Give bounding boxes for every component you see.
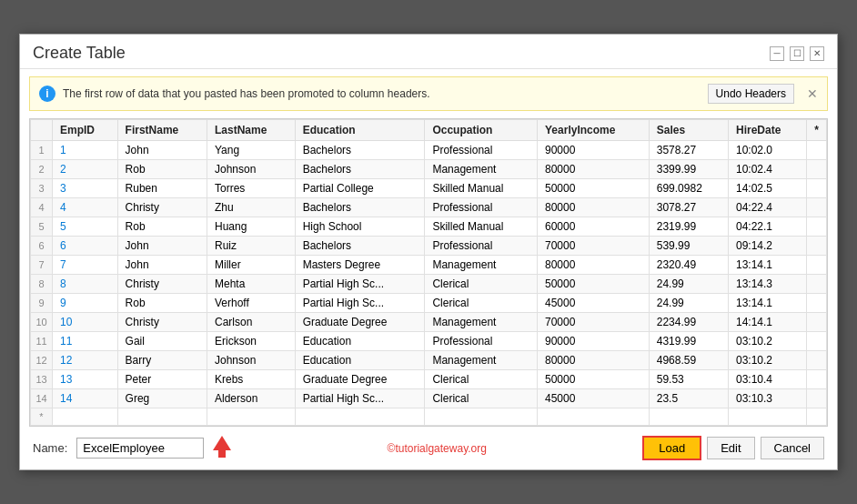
table-cell[interactable]: 90000: [538, 141, 650, 160]
table-cell[interactable]: Masters Degree: [295, 256, 425, 275]
table-cell[interactable]: Alderson: [207, 389, 295, 408]
col-header-sales[interactable]: Sales: [649, 120, 728, 141]
table-cell[interactable]: Clerical: [425, 389, 538, 408]
table-cell[interactable]: 90000: [538, 332, 650, 351]
table-cell[interactable]: Clerical: [425, 275, 538, 294]
table-cell[interactable]: 23.5: [649, 389, 728, 408]
table-cell[interactable]: 4: [53, 198, 118, 217]
table-cell[interactable]: Carlson: [207, 313, 295, 332]
table-cell[interactable]: 13:14.1: [728, 256, 806, 275]
table-cell[interactable]: 5: [53, 217, 118, 237]
table-cell[interactable]: Mehta: [207, 275, 295, 294]
table-cell[interactable]: 24.99: [649, 294, 728, 313]
table-cell[interactable]: 3: [53, 179, 118, 198]
table-cell[interactable]: Bachelors: [295, 141, 425, 160]
table-cell[interactable]: Professional: [425, 332, 538, 351]
table-cell[interactable]: Johnson: [207, 351, 295, 370]
table-cell[interactable]: Ruben: [117, 179, 207, 198]
table-cell[interactable]: 45000: [538, 294, 650, 313]
table-cell[interactable]: Skilled Manual: [425, 179, 538, 198]
table-cell[interactable]: Graduate Degree: [295, 313, 425, 332]
table-cell[interactable]: 699.0982: [649, 179, 728, 198]
table-cell[interactable]: 6: [53, 237, 118, 256]
col-header-yearlyincome[interactable]: YearlyIncome: [538, 120, 650, 141]
table-cell[interactable]: 14:14.1: [728, 313, 806, 332]
table-cell[interactable]: Clerical: [425, 370, 538, 389]
table-cell[interactable]: Johnson: [207, 160, 295, 179]
table-cell[interactable]: 539.99: [649, 237, 728, 256]
table-cell[interactable]: 50000: [538, 275, 650, 294]
table-cell[interactable]: Graduate Degree: [295, 370, 425, 389]
table-cell[interactable]: 10:02.0: [728, 141, 806, 160]
load-button[interactable]: Load: [642, 436, 701, 460]
table-cell[interactable]: Greg: [117, 389, 207, 408]
table-cell[interactable]: Professional: [425, 141, 538, 160]
table-cell[interactable]: Education: [295, 332, 425, 351]
table-cell[interactable]: Huang: [207, 217, 295, 237]
table-cell[interactable]: 09:14.2: [728, 237, 806, 256]
table-cell[interactable]: Rob: [117, 217, 207, 237]
table-cell[interactable]: 70000: [538, 237, 650, 256]
table-cell[interactable]: Professional: [425, 237, 538, 256]
table-cell[interactable]: Verhoff: [207, 294, 295, 313]
minimize-button[interactable]: ─: [770, 46, 784, 61]
table-cell[interactable]: Rob: [117, 294, 207, 313]
col-header-education[interactable]: Education: [295, 120, 425, 141]
table-cell[interactable]: 1: [53, 141, 118, 160]
undo-headers-button[interactable]: Undo Headers: [708, 84, 794, 104]
table-cell[interactable]: Gail: [117, 332, 207, 351]
table-cell[interactable]: Management: [425, 160, 538, 179]
table-cell[interactable]: 04:22.4: [728, 198, 806, 217]
table-cell[interactable]: Skilled Manual: [425, 217, 538, 237]
table-cell[interactable]: 10:02.4: [728, 160, 806, 179]
table-cell[interactable]: 13:14.1: [728, 294, 806, 313]
table-cell[interactable]: 60000: [538, 217, 650, 237]
table-cell[interactable]: 2234.99: [649, 313, 728, 332]
table-cell[interactable]: 03:10.2: [728, 332, 806, 351]
table-cell[interactable]: 4968.59: [649, 351, 728, 370]
col-header-hiredate[interactable]: HireDate: [728, 120, 806, 141]
table-cell[interactable]: Christy: [117, 198, 207, 217]
table-cell[interactable]: Management: [425, 313, 538, 332]
table-cell[interactable]: 7: [53, 256, 118, 275]
table-cell[interactable]: Krebs: [207, 370, 295, 389]
table-cell[interactable]: 45000: [538, 389, 650, 408]
col-header-empid[interactable]: EmpID: [53, 120, 118, 141]
table-cell[interactable]: 80000: [538, 160, 650, 179]
table-cell[interactable]: Erickson: [207, 332, 295, 351]
table-cell[interactable]: 80000: [538, 351, 650, 370]
banner-close-button[interactable]: ✕: [807, 86, 818, 101]
table-cell[interactable]: Christy: [117, 275, 207, 294]
table-cell[interactable]: 70000: [538, 313, 650, 332]
table-cell[interactable]: 13:14.3: [728, 275, 806, 294]
table-cell[interactable]: 2320.49: [649, 256, 728, 275]
table-cell[interactable]: Barry: [117, 351, 207, 370]
col-header-occupation[interactable]: Occupation: [425, 120, 538, 141]
table-cell[interactable]: High School: [295, 217, 425, 237]
table-cell[interactable]: 2319.99: [649, 217, 728, 237]
table-cell[interactable]: Partial College: [295, 179, 425, 198]
table-cell[interactable]: Bachelors: [295, 160, 425, 179]
table-cell[interactable]: Partial High Sc...: [295, 389, 425, 408]
table-cell[interactable]: 3399.99: [649, 160, 728, 179]
table-cell[interactable]: 13: [53, 370, 118, 389]
table-cell[interactable]: Management: [425, 256, 538, 275]
table-cell[interactable]: 50000: [538, 179, 650, 198]
table-cell[interactable]: 2: [53, 160, 118, 179]
table-cell[interactable]: 8: [53, 275, 118, 294]
table-cell[interactable]: Rob: [117, 160, 207, 179]
table-cell[interactable]: 14: [53, 389, 118, 408]
close-button[interactable]: ✕: [810, 46, 824, 61]
maximize-button[interactable]: ☐: [790, 46, 804, 61]
table-cell[interactable]: 03:10.3: [728, 389, 806, 408]
col-header-lastname[interactable]: LastName: [207, 120, 295, 141]
table-cell[interactable]: 12: [53, 351, 118, 370]
table-cell[interactable]: Education: [295, 351, 425, 370]
table-cell[interactable]: 11: [53, 332, 118, 351]
table-cell[interactable]: 4319.99: [649, 332, 728, 351]
table-cell[interactable]: Partial High Sc...: [295, 294, 425, 313]
table-cell[interactable]: Ruiz: [207, 237, 295, 256]
table-cell[interactable]: Professional: [425, 198, 538, 217]
table-cell[interactable]: Torres: [207, 179, 295, 198]
edit-button[interactable]: Edit: [707, 437, 754, 459]
